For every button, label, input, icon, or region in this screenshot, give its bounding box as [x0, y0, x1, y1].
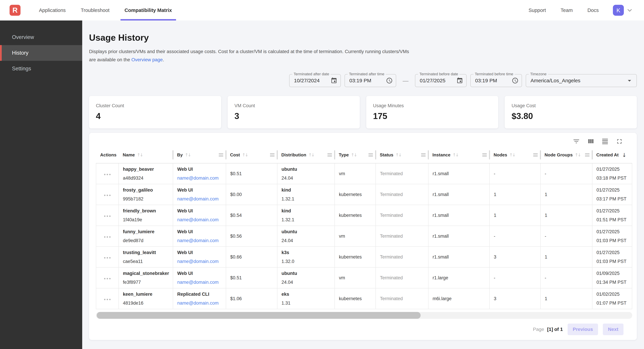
column-header[interactable]: Status ↑↓ — [376, 147, 428, 163]
instance-cell: r1.small — [428, 184, 490, 205]
by-email-link[interactable]: name@domain.com — [177, 259, 218, 264]
filter-field-value[interactable]: 10/27/2024 — [294, 78, 328, 83]
distribution-name: ubuntu — [282, 166, 332, 173]
row-actions-menu-icon[interactable] — [104, 216, 110, 217]
table-row: keen_lumiere 4819de16 Replicated CLI nam… — [96, 288, 632, 309]
sidebar-item[interactable]: History — [0, 45, 82, 61]
column-header[interactable]: Created At ↓ — [592, 147, 632, 163]
chevron-down-icon[interactable] — [626, 7, 633, 14]
filter-icon[interactable] — [572, 138, 580, 145]
nav-tab[interactable]: Compatibility Matrix — [120, 0, 176, 20]
nav-tab[interactable]: Troubleshoot — [76, 0, 114, 20]
by-method: Web UI — [177, 249, 224, 256]
row-actions-menu-icon[interactable] — [104, 299, 110, 300]
by-method: Replicated CLI — [177, 291, 224, 298]
column-header[interactable]: Distribution ↑↓ — [277, 147, 335, 163]
column-menu-icon[interactable] — [219, 153, 223, 156]
overview-page-link[interactable]: Overview page — [132, 57, 163, 62]
actions-cell — [96, 163, 118, 184]
column-menu-icon[interactable] — [328, 153, 332, 156]
by-email-link[interactable]: name@domain.com — [177, 280, 218, 285]
user-avatar[interactable]: K — [613, 5, 624, 16]
by-email-link[interactable]: name@domain.com — [177, 196, 218, 201]
filter-field-value[interactable]: America/Los_Angeles — [530, 78, 623, 83]
usage-table-card: Actions Nam — [89, 133, 637, 340]
node-groups-cell: - — [540, 226, 592, 247]
status-cell: Terminated — [376, 288, 428, 309]
column-header[interactable]: Nodes ↑↓ — [490, 147, 540, 163]
page-label: Page — [533, 327, 544, 332]
name-cell: keen_lumiere 4819de16 — [118, 288, 173, 309]
clock-icon[interactable] — [386, 77, 393, 84]
nav-link[interactable]: Support — [521, 7, 553, 13]
pagination: Page [1] of 1 Previous Next — [89, 324, 637, 335]
by-email-link[interactable]: name@domain.com — [177, 238, 218, 243]
actions-cell — [96, 184, 118, 205]
nav-link[interactable]: Docs — [580, 7, 606, 13]
next-button[interactable]: Next — [603, 324, 624, 335]
column-header[interactable]: Cost ↑↓ — [226, 147, 277, 163]
clock-icon[interactable] — [512, 77, 518, 84]
nav-tab[interactable]: Applications — [35, 0, 70, 20]
status-cell: Terminated — [376, 226, 428, 247]
column-header[interactable]: Name ↑↓ — [118, 147, 173, 163]
column-menu-icon[interactable] — [585, 153, 590, 156]
sidebar-item[interactable]: Settings — [0, 61, 82, 76]
sidebar-item[interactable]: Overview — [0, 29, 82, 45]
table-row: magical_stonebraker fe3f8977 Web UI name… — [96, 267, 632, 288]
column-header[interactable]: Node Groups ↑↓ — [540, 147, 592, 163]
cost-cell: $0.66 — [226, 247, 277, 267]
filter-field[interactable]: Terminated before date 01/27/2025 — [415, 74, 466, 87]
status-cell: Terminated — [376, 184, 428, 205]
row-actions-menu-icon[interactable] — [104, 257, 110, 259]
columns-icon[interactable] — [587, 138, 594, 145]
column-header[interactable]: Type ↑↓ — [335, 147, 376, 163]
fullscreen-icon[interactable] — [616, 138, 623, 145]
calendar-icon[interactable] — [456, 77, 463, 84]
by-email-link[interactable]: name@domain.com — [177, 176, 218, 181]
by-method: Web UI — [177, 270, 224, 277]
row-actions-menu-icon[interactable] — [104, 278, 110, 279]
stat-label: Usage Cost — [512, 103, 630, 108]
column-header[interactable]: By ↑↓ — [173, 147, 226, 163]
filter-field-value[interactable]: 01/27/2025 — [420, 78, 454, 83]
distribution-cell: kind 1.32.1 — [277, 205, 335, 226]
by-cell: Web UI name@domain.com — [173, 267, 226, 288]
row-actions-menu-icon[interactable] — [104, 195, 110, 196]
dropdown-arrow-icon[interactable] — [626, 77, 634, 84]
previous-button[interactable]: Previous — [568, 324, 598, 335]
filter-field-value[interactable]: 03:19 PM — [475, 78, 509, 83]
name-cell: magical_stonebraker fe3f8977 — [118, 267, 173, 288]
distribution-name: eks — [282, 291, 332, 298]
row-actions-menu-icon[interactable] — [104, 236, 110, 238]
by-email-link[interactable]: name@domain.com — [177, 301, 218, 306]
filter-field[interactable]: Timezone America/Los_Angeles — [526, 74, 637, 87]
name-cell: friendly_brown 1f40a19e — [118, 205, 173, 226]
column-menu-icon[interactable] — [421, 153, 426, 156]
horizontal-scrollbar-thumb[interactable] — [97, 312, 420, 319]
column-menu-icon[interactable] — [270, 153, 274, 156]
status-badge: Terminated — [380, 192, 403, 197]
by-email-link[interactable]: name@domain.com — [177, 217, 218, 222]
column-header-label: Node Groups — [544, 152, 573, 158]
calendar-icon[interactable] — [330, 77, 338, 84]
column-menu-icon[interactable] — [482, 153, 487, 156]
horizontal-scrollbar-track[interactable] — [96, 312, 632, 319]
filter-field[interactable]: Terminated after date 10/27/2024 — [289, 74, 341, 87]
stat-value: 4 — [96, 111, 214, 121]
column-header[interactable]: Instance ↑↓ — [428, 147, 490, 163]
filter-field-value[interactable]: 03:19 PM — [349, 78, 383, 83]
density-icon[interactable] — [601, 138, 609, 145]
nav-link[interactable]: Team — [553, 7, 580, 13]
column-menu-icon[interactable] — [533, 153, 538, 156]
filter-field[interactable]: Terminated after time 03:19 PM — [344, 74, 396, 87]
row-actions-menu-icon[interactable] — [104, 174, 110, 175]
filter-field[interactable]: Terminated before time 03:19 PM — [470, 74, 522, 87]
node-groups-cell: 1 — [540, 288, 592, 309]
replicated-logo[interactable]: R — [10, 5, 20, 16]
status-badge: Terminated — [380, 171, 403, 176]
column-menu-icon[interactable] — [368, 153, 373, 156]
stat-value: 3 — [234, 111, 353, 121]
distribution-cell: ubuntu 24.04 — [277, 267, 335, 288]
column-header[interactable]: Actions — [96, 147, 118, 163]
